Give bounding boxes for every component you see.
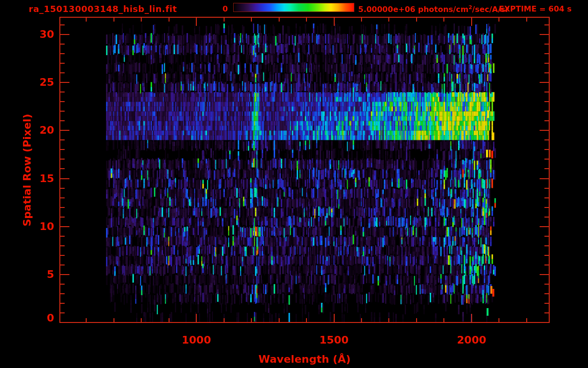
x-tick-label: 1000 [175, 334, 218, 346]
y-tick-label: 0 [21, 312, 54, 324]
x-axis-title: Wavelength (Å) [259, 353, 351, 365]
colorbar-max-value: 5.00000e+06 [358, 5, 415, 14]
y-tick-label: 30 [21, 28, 54, 40]
file-title: ra_150130003148_hisb_lin.fit [29, 4, 177, 14]
y-axis-title: Spatial Row (Pixel) [21, 114, 33, 226]
colorbar-max-label: 5.00000e+06 photons/cm2/sec/A/sr [358, 4, 509, 14]
spectrogram-plot-canvas [0, 0, 588, 368]
y-tick-label: 5 [21, 268, 54, 280]
x-tick-label: 1500 [313, 334, 356, 346]
y-tick-label: 25 [21, 76, 54, 88]
colorbar-min-label: 0 [211, 4, 228, 13]
x-tick-label: 2000 [450, 334, 493, 346]
colorbar-units-superscript: 2 [468, 4, 472, 11]
spectral-image-window: { "window": { "background": "#000000", "… [0, 0, 588, 368]
colorbar [233, 3, 354, 12]
colorbar-units-pre: photons/cm [415, 5, 468, 14]
exptime-label: EXPTIME = 604 s [499, 4, 572, 13]
